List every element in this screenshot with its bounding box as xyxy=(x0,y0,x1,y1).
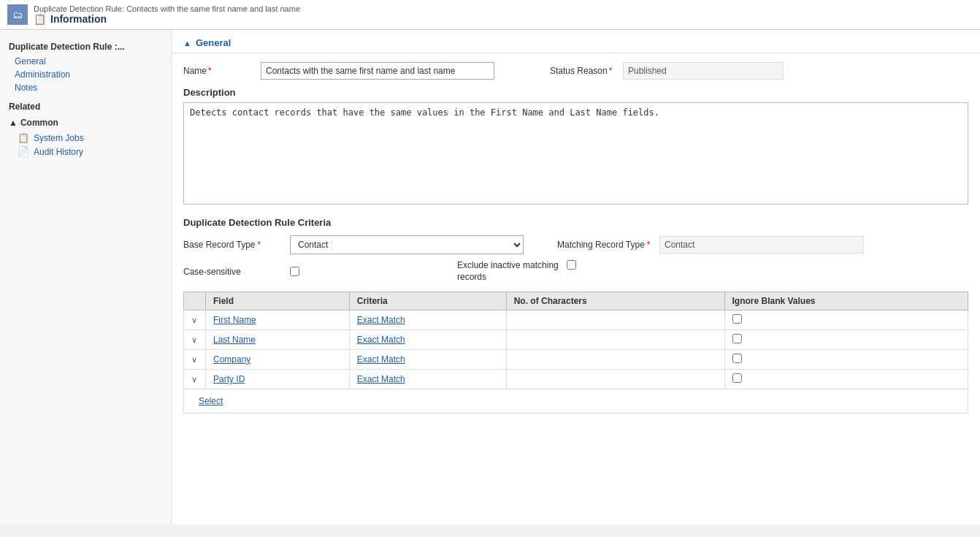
name-required-indicator: * xyxy=(208,66,212,76)
row-chars-3 xyxy=(506,370,724,389)
sidebar-item-notes[interactable]: Notes xyxy=(0,81,171,94)
sidebar-section-title: Duplicate Detection Rule :... xyxy=(0,37,171,55)
header-icon: 🗂 xyxy=(7,4,28,25)
row-criteria-2: Exact Match xyxy=(349,350,506,370)
section-title: General xyxy=(196,37,231,48)
row-chevron-2: ∨ xyxy=(184,350,206,370)
table-row: ∨ First Name Exact Match xyxy=(184,311,968,330)
exclude-inactive-checkbox[interactable] xyxy=(567,260,576,270)
field-link-0[interactable]: First Name xyxy=(213,315,256,325)
table-row: ∨ Last Name Exact Match xyxy=(184,330,968,350)
row-chevron-3: ∨ xyxy=(184,370,206,389)
matching-required-indicator: * xyxy=(647,240,651,250)
criteria-link-0[interactable]: Exact Match xyxy=(357,315,405,325)
row-ignore-3 xyxy=(724,370,968,389)
ignore-blank-checkbox-2[interactable] xyxy=(732,354,742,363)
name-status-row: Name * Status Reason * xyxy=(183,62,968,80)
description-section: Description Detects contact records that… xyxy=(183,87,968,207)
header-bar: 🗂 Duplicate Detection Rule: Contacts wit… xyxy=(0,0,980,30)
row-chevron-1: ∨ xyxy=(184,330,206,350)
row-criteria-0: Exact Match xyxy=(349,311,506,330)
base-record-select[interactable]: Contact xyxy=(290,235,524,254)
chevron-icon-3: ∨ xyxy=(191,375,197,384)
status-input xyxy=(623,62,784,80)
ignore-blank-checkbox-3[interactable] xyxy=(732,373,742,383)
audit-history-icon: 📄 xyxy=(18,146,29,157)
col-header-field: Field xyxy=(206,292,350,311)
sidebar-common-header: ▲ Common xyxy=(0,115,171,131)
sidebar-item-general[interactable]: General xyxy=(0,55,171,68)
select-row: Select xyxy=(184,389,968,414)
matching-record-label: Matching Record Type * xyxy=(557,240,652,250)
description-label: Description xyxy=(183,87,968,98)
section-header: ▲ General xyxy=(172,30,980,53)
criteria-link-1[interactable]: Exact Match xyxy=(357,335,405,345)
row-chars-1 xyxy=(506,330,724,350)
name-input[interactable] xyxy=(261,62,494,80)
information-icon: 📋 xyxy=(34,13,46,25)
col-header-chars: No. of Characters xyxy=(506,292,724,311)
row-chars-2 xyxy=(506,350,724,370)
ignore-blank-checkbox-0[interactable] xyxy=(732,314,742,324)
criteria-link-2[interactable]: Exact Match xyxy=(357,354,405,365)
status-label: Status Reason * xyxy=(550,66,616,76)
select-cell: Select xyxy=(184,389,968,414)
table-row: ∨ Party ID Exact Match xyxy=(184,370,968,389)
sidebar: Duplicate Detection Rule :... General Ad… xyxy=(0,30,172,525)
header-title-block: Duplicate Detection Rule: Contacts with … xyxy=(34,4,300,25)
table-row: ∨ Company Exact Match xyxy=(184,350,968,370)
system-jobs-icon: 📋 xyxy=(18,132,29,143)
chevron-icon-2: ∨ xyxy=(191,355,197,364)
row-criteria-1: Exact Match xyxy=(349,330,506,350)
row-criteria-3: Exact Match xyxy=(349,370,506,389)
sidebar-item-audit-history[interactable]: 📄 Audit History xyxy=(0,145,171,159)
row-ignore-1 xyxy=(724,330,968,350)
row-chevron-0: ∨ xyxy=(184,311,206,330)
field-link-2[interactable]: Company xyxy=(213,354,250,365)
base-record-label: Base Record Type * xyxy=(183,240,278,250)
row-field-2: Company xyxy=(206,350,350,370)
form-body: Name * Status Reason * Description Detec… xyxy=(172,53,980,422)
section-triangle-icon: ▲ xyxy=(183,39,191,47)
sidebar-item-system-jobs[interactable]: 📋 System Jobs xyxy=(0,131,171,145)
sidebar-item-administration[interactable]: Administration xyxy=(0,68,171,81)
criteria-link-3[interactable]: Exact Match xyxy=(357,374,405,384)
row-field-1: Last Name xyxy=(206,330,350,350)
matching-record-input xyxy=(659,236,864,254)
row-chars-0 xyxy=(506,311,724,330)
status-required-indicator: * xyxy=(609,66,613,76)
row-field-3: Party ID xyxy=(206,370,350,389)
name-label: Name * xyxy=(183,66,249,76)
base-required-indicator: * xyxy=(258,240,261,250)
common-triangle-icon: ▲ xyxy=(9,118,18,128)
exclude-inactive-label: Exclude inactive matching records xyxy=(457,260,559,283)
case-sensitive-label: Case-sensitive xyxy=(183,267,278,277)
row-field-0: First Name xyxy=(206,311,350,330)
header-title: 📋 Information xyxy=(34,13,300,25)
main-content: ▲ General Name * Status Reason * xyxy=(172,30,980,525)
col-header-ignore-blank: Ignore Blank Values xyxy=(724,292,968,311)
col-header-chevron xyxy=(184,292,206,311)
row-ignore-0 xyxy=(724,311,968,330)
criteria-title: Duplicate Detection Rule Criteria xyxy=(183,217,968,228)
col-header-criteria: Criteria xyxy=(349,292,506,311)
criteria-section: Duplicate Detection Rule Criteria Base R… xyxy=(183,217,968,414)
chevron-icon-0: ∨ xyxy=(191,316,197,324)
record-type-row: Base Record Type * Contact Matching Reco… xyxy=(183,235,968,254)
header-subtitle: Duplicate Detection Rule: Contacts with … xyxy=(34,4,300,13)
select-link[interactable]: Select xyxy=(191,393,230,409)
main-layout: Duplicate Detection Rule :... General Ad… xyxy=(0,30,980,525)
chevron-icon-1: ∨ xyxy=(191,335,197,344)
criteria-table: Field Criteria No. of Characters Ignore … xyxy=(183,292,968,414)
case-sensitive-checkbox[interactable] xyxy=(290,267,299,276)
field-link-1[interactable]: Last Name xyxy=(213,335,256,345)
sidebar-related-label: Related xyxy=(0,94,171,115)
ignore-blank-checkbox-1[interactable] xyxy=(732,334,742,343)
case-sensitive-row: Case-sensitive Exclude inactive matching… xyxy=(183,260,968,283)
row-ignore-2 xyxy=(724,350,968,370)
field-link-3[interactable]: Party ID xyxy=(213,374,245,384)
description-textarea[interactable]: Detects contact records that have the sa… xyxy=(183,102,968,205)
